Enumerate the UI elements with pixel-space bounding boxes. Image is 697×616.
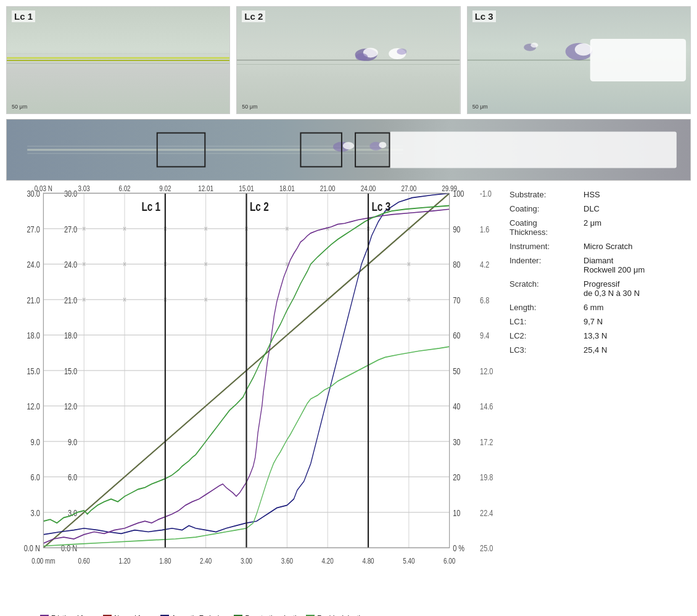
scratch-label: Scratch: [506, 277, 580, 300]
lc2-image [237, 7, 460, 113]
coating-thickness-value: 2 μm [580, 216, 685, 239]
scratch-value: Progressifde 0,3 N à 30 N [580, 277, 685, 300]
svg-text:19.8: 19.8 [480, 472, 493, 483]
svg-text:21.0: 21.0 [64, 295, 77, 305]
lc2-image-container: Lc 2 50 μm [236, 6, 460, 114]
bottom-section: 30.0 27.0 24.0 21.0 18.0 15.0 12.0 9.0 6… [6, 184, 691, 610]
svg-text:5.40: 5.40 [403, 557, 414, 565]
svg-point-26 [343, 142, 354, 149]
length-label: Length: [506, 300, 580, 314]
svg-text:27.0: 27.0 [27, 224, 40, 234]
svg-text:15.01: 15.01 [239, 184, 254, 192]
svg-text:6.00: 6.00 [443, 557, 455, 565]
chart-lc2-marker: Lc 2 [250, 200, 269, 213]
info-panel: Substrate: HSS Coating: DLC CoatingThick… [500, 184, 691, 610]
svg-text:25.0 μm: 25.0 μm [480, 543, 493, 554]
svg-text:60: 60 [453, 331, 460, 341]
lc1-info-value: 9,7 N [580, 314, 685, 329]
svg-text:4.80: 4.80 [362, 557, 374, 565]
substrate-value: HSS [580, 187, 685, 202]
length-value: 6 mm [580, 300, 685, 314]
svg-text:6.8: 6.8 [480, 295, 489, 305]
svg-rect-24 [389, 132, 676, 168]
chart-lc1-marker: Lc 1 [141, 200, 160, 213]
lc3-row: LC3: 25,4 N [506, 343, 685, 357]
svg-point-14 [575, 43, 592, 55]
svg-text:20: 20 [453, 472, 460, 483]
lc2-info-value: 13,3 N [580, 329, 685, 343]
chart-legend: Frictional force Normal force Acoustic E… [6, 612, 493, 616]
indenter-label: Indenter: [506, 253, 580, 277]
svg-rect-0 [7, 7, 229, 113]
instrument-value: Micro Scratch [580, 239, 685, 253]
svg-text:10: 10 [453, 507, 460, 518]
lc1-info-label: LC1: [506, 314, 580, 329]
svg-text:14.6: 14.6 [480, 401, 493, 412]
svg-text:12.0: 12.0 [480, 366, 493, 376]
svg-text:21.00: 21.00 [320, 184, 336, 192]
coating-row: Coating: DLC [506, 202, 685, 216]
svg-text:3.60: 3.60 [281, 557, 293, 565]
svg-text:3.00: 3.00 [241, 557, 252, 565]
lc2-scale: 50 μm [242, 104, 257, 110]
lc1-scale: 50 μm [12, 104, 27, 110]
chart-svg: 30.0 27.0 24.0 21.0 18.0 15.0 12.0 9.0 6… [6, 184, 493, 610]
top-images-row: Lc 1 50 μm [6, 6, 691, 114]
coating-label: Coating: [506, 202, 580, 216]
svg-text:27.0: 27.0 [64, 224, 77, 234]
svg-text:12.0: 12.0 [64, 401, 77, 412]
svg-text:6.0: 6.0 [31, 472, 40, 483]
svg-text:-1.0: -1.0 [480, 189, 492, 199]
svg-text:29.99: 29.99 [442, 184, 457, 192]
svg-text:1.6: 1.6 [480, 224, 489, 234]
svg-text:24.0: 24.0 [64, 260, 77, 270]
lc3-label: Lc 3 [472, 10, 496, 22]
lc2-info-label: LC2: [506, 329, 580, 343]
svg-text:12.01: 12.01 [198, 184, 213, 192]
indenter-row: Indenter: DiamantRockwell 200 μm [506, 253, 685, 277]
indenter-value: DiamantRockwell 200 μm [580, 253, 685, 277]
substrate-row: Substrate: HSS [506, 187, 685, 202]
svg-text:18.0: 18.0 [27, 331, 40, 341]
svg-text:9.4: 9.4 [480, 331, 489, 341]
svg-text:18.01: 18.01 [279, 184, 295, 192]
instrument-row: Instrument: Micro Scratch [506, 239, 685, 253]
svg-text:15.0: 15.0 [64, 366, 77, 376]
svg-text:22.4: 22.4 [480, 507, 493, 518]
svg-text:24.00: 24.00 [361, 184, 376, 192]
svg-text:4.2: 4.2 [480, 260, 489, 270]
chart-lc3-marker: Lc 3 [372, 200, 391, 213]
svg-text:27.00: 27.00 [401, 184, 416, 192]
svg-text:9.0: 9.0 [31, 437, 40, 447]
lc1-image-container: Lc 1 50 μm [6, 6, 230, 114]
scratch-row: Scratch: Progressifde 0,3 N à 30 N [506, 277, 685, 300]
svg-point-8 [356, 53, 368, 60]
svg-text:2.40: 2.40 [200, 557, 212, 565]
instrument-label: Instrument: [506, 239, 580, 253]
svg-text:4.20: 4.20 [322, 557, 334, 565]
svg-point-18 [530, 43, 538, 47]
coating-value: DLC [580, 202, 685, 216]
lc2-row: LC2: 13,3 N [506, 329, 685, 343]
lc2-label: Lc 2 [242, 10, 265, 22]
lc3-info-label: LC3: [506, 343, 580, 357]
svg-text:0.00 mm: 0.00 mm [31, 557, 55, 565]
lc1-image [7, 7, 229, 113]
svg-text:6.02: 6.02 [118, 184, 130, 192]
svg-text:0 %: 0 % [453, 543, 464, 554]
svg-rect-15 [590, 39, 685, 81]
svg-text:24.0: 24.0 [27, 260, 40, 270]
main-container: Lc 1 50 μm [0, 0, 697, 616]
svg-text:6.0: 6.0 [68, 472, 77, 483]
svg-text:0.0 N: 0.0 N [24, 543, 40, 554]
svg-text:3.03: 3.03 [78, 184, 90, 192]
svg-point-28 [379, 142, 386, 148]
info-table: Substrate: HSS Coating: DLC CoatingThick… [506, 187, 685, 357]
lc3-scale: 50 μm [472, 104, 488, 110]
svg-text:12.0: 12.0 [27, 401, 40, 412]
svg-text:21.0: 21.0 [27, 295, 40, 305]
svg-text:0.60: 0.60 [78, 557, 90, 565]
svg-text:3.0: 3.0 [31, 507, 40, 518]
coating-thickness-row: CoatingThickness: 2 μm [506, 216, 685, 239]
coating-thickness-label: CoatingThickness: [506, 216, 580, 239]
